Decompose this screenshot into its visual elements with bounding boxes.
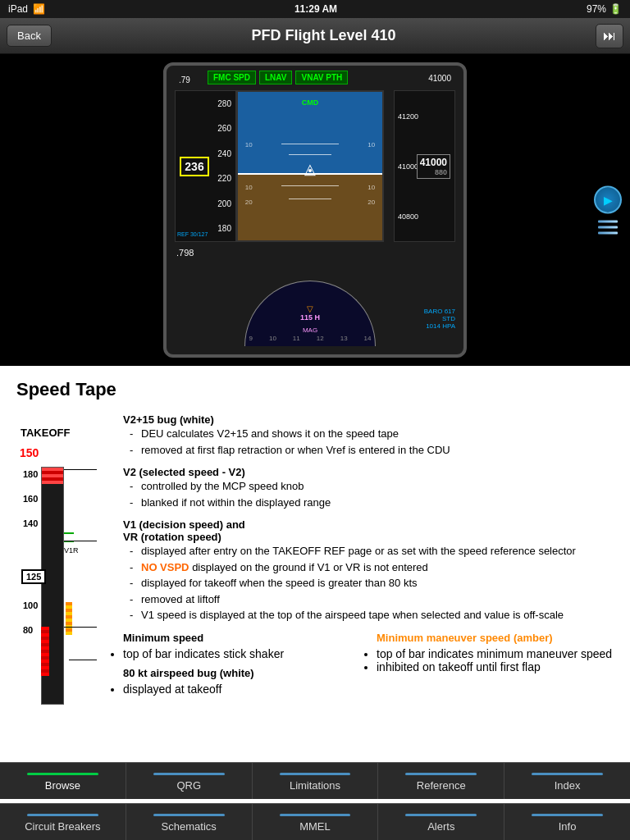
pitch-label-neg10-left: 20 — [245, 199, 253, 206]
current-alt-box: 41000 880 — [417, 154, 450, 179]
amber-bar — [66, 602, 72, 635]
hsi-label-14: 14 — [364, 335, 372, 342]
min-speed-right: Minimum maneuver speed (amber) top of ba… — [377, 632, 614, 696]
sd-label-80: 80 — [23, 625, 38, 635]
v2plus15-list: DEU calculates V2+15 and shows it on the… — [123, 426, 614, 458]
time-display: 11:29 AM — [294, 3, 337, 15]
alt-main: 41000 — [420, 157, 447, 168]
v2-item-0: controlled by the MCP speed knob — [130, 478, 614, 495]
v2plus15-bold: V2+15 bug (white) — [123, 413, 214, 426]
menu-line-3 — [598, 232, 618, 235]
battery-label: 97% — [587, 3, 606, 15]
sd-speed-labels: 180 160 140 — [23, 469, 38, 528]
v2plus15-block: V2+15 bug (white) DEU calculates V2+15 a… — [123, 413, 614, 458]
nav-bar: Back PFD Flight Level 410 ⏭ — [0, 18, 630, 54]
speed-220: 220 — [217, 174, 231, 183]
speed-150: 150 — [20, 446, 39, 459]
tab-mmel-label: MMEL — [299, 820, 331, 833]
bottom-nav-row-2: Circuit Breakers Schematics MMEL Alerts … — [0, 803, 630, 840]
reference-bar — [405, 773, 477, 775]
connector-min — [64, 627, 97, 628]
circuit-breakers-bar — [27, 814, 98, 816]
speed-180b: 180 — [217, 224, 231, 233]
eightyk-item-0: displayed at takeoff — [123, 682, 360, 696]
speed-top-display: .79 — [179, 75, 190, 84]
status-right: 97% 🔋 — [587, 3, 622, 15]
min-speed-list: top of bar indicates stick shaker — [123, 647, 360, 660]
pitch-label-neg5-left: 10 — [245, 184, 253, 191]
sd-label-180: 180 — [23, 469, 38, 479]
menu-lines[interactable] — [598, 221, 618, 235]
tab-limitations-label: Limitations — [290, 779, 340, 792]
tab-index[interactable]: Index — [504, 763, 630, 799]
vnav-pth-mode: VNAV PTH — [295, 71, 348, 84]
content-area: Speed Tape TAKEOFF 150 180 160 140 125 — [0, 366, 630, 809]
min-maneuver-heading: Minimum maneuver speed (amber) — [377, 632, 614, 644]
v1-heading: V1 (decision speed) and — [123, 518, 614, 531]
alerts-bar — [405, 814, 477, 816]
tab-reference-label: Reference — [417, 779, 466, 792]
tab-mmel[interactable]: MMEL — [253, 804, 379, 840]
sd-label-160: 160 — [23, 494, 38, 504]
speed-260: 260 — [217, 124, 231, 133]
qnh-label: 1014 HPA — [424, 322, 455, 330]
v2-heading: V2 (selected speed - V2) — [123, 466, 614, 478]
tab-schematics[interactable]: Schematics — [126, 804, 253, 840]
v1vr-item-4: V1 speed is displayed at the top of the … — [130, 607, 614, 623]
pitch-line-neg10 — [289, 199, 332, 199]
v1-heading-text: V1 (decision speed) and — [123, 518, 245, 531]
tab-reference[interactable]: Reference — [378, 763, 504, 799]
connector-80kt — [69, 660, 97, 660]
baro-label: BARO 617 — [424, 308, 455, 315]
vr-heading-text: VR (rotation speed) — [123, 531, 221, 543]
alt-sub: 880 — [420, 168, 447, 176]
back-button[interactable]: Back — [7, 25, 52, 47]
pitch-line-10 — [281, 144, 339, 144]
connector-v1 — [64, 541, 97, 541]
v1vr-item-1: NO VSPD displayed on the ground if V1 or… — [130, 559, 614, 576]
tab-info[interactable]: Info — [504, 804, 630, 840]
hsi-triangle: ▽ — [307, 304, 313, 313]
hsi-mag: MAG — [303, 326, 317, 334]
pitch-line-5 — [289, 154, 332, 155]
v1r-label: V1R — [64, 546, 79, 555]
hsi-label-12: 12 — [317, 335, 324, 342]
v2plus15-item-1: removed at first flap retraction or when… — [130, 442, 614, 459]
speed-ref-label: REF 30/127 — [177, 231, 208, 237]
v2-list: controlled by the MCP speed knob blanked… — [123, 478, 614, 510]
sd-speed-labels-lower: 100 80 — [23, 600, 38, 635]
tab-browse[interactable]: Browse — [0, 763, 126, 799]
baro-area: BARO 617 STD 1014 HPA — [424, 308, 455, 330]
pfd-area: FMC SPD LNAV VNAV PTH 280 260 240 220 20… — [0, 54, 630, 366]
pitch-label-neg10-right: 20 — [368, 199, 375, 206]
red-bar — [41, 627, 49, 676]
tab-circuit-breakers[interactable]: Circuit Breakers — [0, 804, 126, 840]
tab-limitations[interactable]: Limitations — [253, 763, 379, 799]
hsi-heading: 115 H — [300, 313, 320, 322]
v1vr-item-3: removed at liftoff — [130, 591, 614, 608]
schematics-bar — [153, 814, 225, 816]
play-button[interactable]: ▶ — [594, 186, 622, 214]
takeoff-label: TAKEOFF — [21, 427, 70, 439]
adi: 10 10 10 10 20 20 CMD △ — [236, 90, 384, 242]
qrg-bar — [153, 773, 225, 775]
v1vr-list: displayed after entry on the TAKEOFF REF… — [123, 543, 614, 623]
hsi-label-11: 11 — [293, 335, 300, 342]
eightyk-block: 80 kt airspeed bug (white) displayed at … — [123, 667, 360, 696]
device-label: iPad — [8, 3, 28, 15]
tab-alerts-label: Alerts — [427, 820, 454, 833]
hsi-area: 9 10 11 12 13 14 115 H MAG ▽ — [236, 272, 384, 346]
hsi-label-9: 9 — [249, 335, 253, 342]
tab-browse-label: Browse — [45, 779, 80, 792]
min-speed-left: Minimum speed top of bar indicates stick… — [123, 632, 360, 696]
v1vr-block: V1 (decision speed) and VR (rotation spe… — [123, 518, 614, 623]
tab-alerts[interactable]: Alerts — [378, 804, 504, 840]
tab-qrg[interactable]: QRG — [126, 763, 253, 799]
speed-280: 280 — [217, 99, 231, 108]
mmel-bar — [280, 814, 351, 816]
skip-button[interactable]: ⏭ — [596, 24, 623, 48]
status-left: iPad 📶 — [8, 3, 45, 15]
pitch-label-10-left: 10 — [245, 141, 253, 148]
sd-label-140: 140 — [23, 518, 38, 528]
sd-125-box: 125 — [21, 569, 46, 584]
